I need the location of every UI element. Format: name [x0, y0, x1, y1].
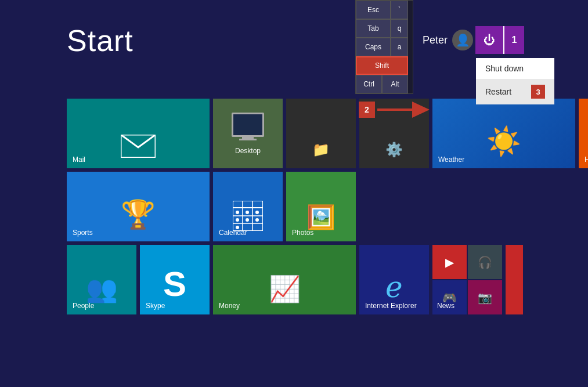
- monitor-shape: [232, 113, 264, 137]
- news-headphones-cell: 🎧: [468, 245, 502, 279]
- tile-folder[interactable]: 📁: [286, 99, 356, 168]
- power-bar: Peter 👤 ⏻ 1: [423, 26, 524, 54]
- restart-badge: 3: [531, 85, 545, 99]
- key-ctrl[interactable]: Ctrl: [356, 75, 382, 93]
- mail-icon: [121, 135, 156, 158]
- folder-icon: 📁: [312, 142, 330, 158]
- photos-icon: 🖼️: [306, 204, 336, 231]
- tile-skype[interactable]: S Skype: [140, 245, 210, 314]
- tile-weather-label: Weather: [438, 155, 464, 164]
- skype-icon: S: [163, 264, 186, 304]
- tile-partial-news[interactable]: [506, 245, 523, 314]
- arrow-head: [412, 102, 430, 118]
- svg-point-13: [246, 218, 249, 222]
- news-video-cell: ▶: [432, 245, 467, 279]
- key-row-ctrl-alt: Ctrl Alt: [356, 75, 413, 93]
- tile-people[interactable]: 👥 People: [67, 245, 136, 314]
- tile-news[interactable]: ▶ 🎧 🎮 📷 News: [432, 245, 502, 314]
- tile-sports[interactable]: 🏆 Sports: [67, 172, 210, 241]
- shutdown-label: Shut down: [485, 64, 524, 73]
- tiles-grid: Mail Desktop 📁 ⚙️: [67, 99, 588, 314]
- power-badge: 1: [503, 26, 524, 54]
- annotation-badge-2: 2: [359, 102, 375, 118]
- tile-ie-label: Internet Explorer: [365, 302, 417, 310]
- svg-point-9: [236, 211, 239, 214]
- restart-label: Restart: [485, 87, 511, 96]
- tile-calendar-label: Calendar: [219, 229, 247, 237]
- tile-mail-label: Mail: [73, 155, 85, 164]
- tile-sports-label: Sports: [73, 229, 93, 237]
- tile-row-3: 👥 People S Skype 📈 Money ℯ Internet Expl…: [67, 245, 588, 314]
- tile-row-1: Mail Desktop 📁 ⚙️: [67, 99, 588, 168]
- key-row-caps: Caps a: [356, 38, 413, 56]
- people-icon: 👥: [86, 274, 118, 304]
- shift-arrow-annotation: 2: [359, 102, 430, 118]
- money-icon: 📈: [269, 274, 301, 304]
- tile-help[interactable]: ❓ Help+Tips: [579, 99, 588, 168]
- key-row-shift: Shift: [356, 56, 413, 75]
- svg-point-11: [255, 211, 259, 214]
- key-row-tab: Tab q: [356, 19, 413, 38]
- key-esc[interactable]: Esc: [356, 1, 391, 19]
- tile-help-label: Help+Tips: [585, 155, 588, 164]
- username-label: Peter: [423, 34, 448, 46]
- arrow-line: [377, 108, 412, 111]
- tile-desktop[interactable]: Desktop: [213, 99, 283, 168]
- key-shift[interactable]: Shift: [356, 56, 408, 75]
- desktop-label: Desktop: [235, 147, 261, 155]
- weather-icon: ☀️: [486, 125, 521, 158]
- keyboard-overlay: Esc ` Tab q Caps a Shift Ctrl Alt: [355, 0, 413, 94]
- tile-weather[interactable]: ☀️ Weather: [432, 99, 575, 168]
- svg-point-14: [255, 218, 259, 222]
- ie-icon: ℯ: [385, 270, 403, 304]
- key-row-esc: Esc `: [356, 1, 413, 19]
- key-q[interactable]: q: [391, 19, 408, 38]
- trophy-icon: 🏆: [121, 198, 156, 231]
- tile-calendar[interactable]: Calendar: [213, 172, 283, 241]
- key-a[interactable]: a: [391, 38, 408, 56]
- tile-photos[interactable]: 🖼️ Photos: [286, 172, 356, 241]
- key-tab[interactable]: Tab: [356, 19, 391, 38]
- user-section: Peter 👤: [423, 30, 473, 50]
- settings-icon: ⚙️: [385, 142, 403, 158]
- tile-mail[interactable]: Mail: [67, 99, 210, 168]
- tile-money[interactable]: 📈 Money: [213, 245, 356, 314]
- tile-money-label: Money: [219, 302, 240, 310]
- tile-row-2: 🏆 Sports: [67, 172, 588, 241]
- key-alt[interactable]: Alt: [382, 75, 408, 93]
- tile-people-label: People: [73, 302, 94, 310]
- shutdown-menu: Shut down Restart 3: [476, 58, 554, 104]
- svg-point-10: [246, 211, 249, 214]
- key-caps[interactable]: Caps: [356, 38, 391, 56]
- user-avatar: 👤: [452, 30, 473, 50]
- key-backtick[interactable]: `: [391, 1, 408, 19]
- shutdown-item[interactable]: Shut down: [476, 58, 554, 79]
- news-camera-cell: 📷: [468, 280, 502, 314]
- calendar-icon: [233, 201, 263, 231]
- svg-point-12: [236, 218, 239, 222]
- power-button[interactable]: ⏻: [475, 26, 503, 54]
- partial-tile: [506, 245, 523, 309]
- tile-news-label: News: [437, 302, 454, 310]
- page-title: Start: [67, 23, 134, 58]
- tile-ie[interactable]: ℯ Internet Explorer: [359, 245, 429, 314]
- desktop-icon: Desktop: [213, 99, 283, 168]
- tile-photos-label: Photos: [292, 229, 313, 237]
- tile-skype-label: Skype: [146, 302, 165, 310]
- restart-item[interactable]: Restart 3: [476, 79, 554, 104]
